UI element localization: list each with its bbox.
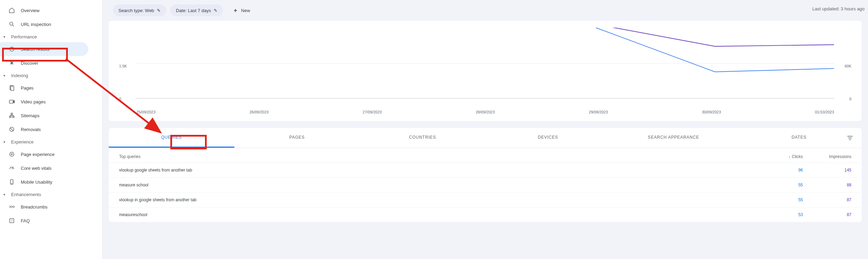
chevron-down-icon: ▾ <box>3 74 10 77</box>
table-row[interactable]: vlookup in google sheets from another ta… <box>109 192 862 207</box>
x-tick-0: 25/09/2023 <box>136 110 155 114</box>
pencil-icon: ✎ <box>214 8 217 13</box>
main-content: Search type: Web ✎ Date: Last 7 days ✎ ＋… <box>102 0 868 259</box>
sidebar-item-url-inspection[interactable]: URL inspection <box>0 17 102 31</box>
column-header-impressions[interactable]: Impressions <box>803 154 851 159</box>
y-left-tick-1: 0 <box>119 97 121 101</box>
chart-svg <box>136 28 834 99</box>
svg-rect-4 <box>11 86 14 91</box>
y-right-tick-1: 0 <box>849 97 851 101</box>
cell-clicks: 55 <box>754 183 803 187</box>
tabs-row: QUERIES PAGES COUNTRIES DEVICES SEARCH A… <box>109 128 862 148</box>
y-right-tick-0: 60K <box>844 64 851 68</box>
sidebar-section-label: Experience <box>11 139 34 145</box>
chip-label: Search type: Web <box>118 8 154 13</box>
sidebar-item-label: Search results <box>21 47 50 52</box>
tab-dates[interactable]: DATES <box>736 128 862 148</box>
svg-rect-24 <box>849 139 851 140</box>
filter-icon[interactable] <box>847 135 853 141</box>
svg-marker-6 <box>13 100 15 103</box>
mobile-icon <box>8 178 15 185</box>
cell-impressions: 87 <box>803 212 851 217</box>
filter-bar: Search type: Web ✎ Date: Last 7 days ✎ ＋… <box>102 0 868 21</box>
svg-rect-7 <box>11 113 13 114</box>
breadcrumbs-icon <box>8 203 15 210</box>
sidebar-item-label: Overview <box>21 8 39 13</box>
filter-chip-date[interactable]: Date: Last 7 days ✎ <box>170 4 223 16</box>
plus-icon: ＋ <box>233 7 238 14</box>
last-updated-label: Last updated: 3 hours ago <box>812 6 865 11</box>
x-tick-2: 27/09/2023 <box>363 110 382 114</box>
sidebar-item-label: FAQ <box>21 218 30 223</box>
sidebar-item-core-web-vitals[interactable]: Core web vitals <box>0 161 102 175</box>
tab-queries[interactable]: QUERIES <box>109 128 234 148</box>
x-tick-5: 30/09/2023 <box>702 110 721 114</box>
sidebar-item-overview[interactable]: Overview <box>0 3 102 17</box>
table-row[interactable]: vlookup google sheets from another tab96… <box>109 163 862 177</box>
cell-query: vlookup google sheets from another tab <box>119 168 754 173</box>
sidebar-item-label: Core web vitals <box>21 166 52 171</box>
sidebar-item-mobile-usability[interactable]: Mobile Usability <box>0 175 102 189</box>
speed-icon <box>8 165 15 172</box>
chevron-down-icon: ▾ <box>3 35 10 39</box>
tabs-card: QUERIES PAGES COUNTRIES DEVICES SEARCH A… <box>109 128 862 222</box>
chevron-down-icon: ▾ <box>3 193 10 196</box>
cell-clicks: 96 <box>754 168 803 173</box>
chip-label: Date: Last 7 days <box>176 8 211 13</box>
sidebar-item-breadcrumbs[interactable]: Breadcrumbs <box>0 200 102 214</box>
x-tick-4: 29/09/2023 <box>589 110 608 114</box>
sidebar-item-label: Sitemaps <box>21 113 39 118</box>
sidebar-item-label: Removals <box>21 127 41 132</box>
svg-line-11 <box>10 128 14 131</box>
column-header-query[interactable]: Top queries <box>119 154 754 159</box>
sidebar-item-page-experience[interactable]: Page experience <box>0 147 102 161</box>
sidebar-item-label: Pages <box>21 85 34 91</box>
sidebar-item-sitemaps[interactable]: Sitemaps <box>0 109 102 122</box>
tab-devices[interactable]: DEVICES <box>485 128 611 148</box>
sort-arrow-down-icon: ↓ <box>788 154 790 159</box>
sidebar-section-performance[interactable]: ▾ Performance <box>0 31 102 42</box>
tab-search-appearance[interactable]: SEARCH APPEARANCE <box>611 128 736 148</box>
sidebar-item-faq[interactable]: ? FAQ <box>0 214 102 228</box>
sidebar-item-label: Page experience <box>21 152 55 157</box>
cell-impressions: 87 <box>803 197 851 202</box>
sidebar-item-search-results[interactable]: Search results <box>0 42 88 56</box>
cell-impressions: 88 <box>803 183 851 187</box>
sidebar-item-video-pages[interactable]: Video pages <box>0 95 102 109</box>
sidebar-item-pages[interactable]: Pages <box>0 81 102 95</box>
svg-line-15 <box>12 168 13 169</box>
search-icon <box>8 21 15 28</box>
pencil-icon: ✎ <box>157 8 161 13</box>
svg-rect-22 <box>848 136 853 137</box>
chart-card: 1.5K 0 60K 0 25/09/2023 26/09/2023 27/09… <box>109 21 862 121</box>
svg-line-1 <box>12 25 14 26</box>
sidebar-section-label: Performance <box>11 34 37 39</box>
video-icon <box>8 98 15 105</box>
column-header-clicks[interactable]: ↓Clicks <box>754 154 803 159</box>
add-filter-button[interactable]: ＋ New <box>227 4 256 16</box>
filter-chip-search-type[interactable]: Search type: Web ✎ <box>113 4 166 16</box>
tab-countries[interactable]: COUNTRIES <box>360 128 485 148</box>
chevron-down-icon: ▾ <box>3 140 10 144</box>
table-body: vlookup google sheets from another tab96… <box>109 163 862 222</box>
svg-rect-5 <box>9 100 13 103</box>
sidebar-item-removals[interactable]: Removals <box>0 122 102 136</box>
sidebar-section-label: Indexing <box>11 73 28 78</box>
sidebar-section-experience[interactable]: ▾ Experience <box>0 136 102 147</box>
new-label: New <box>241 8 250 13</box>
table-row[interactable]: measureschool5387 <box>109 207 862 222</box>
sidebar-item-discover[interactable]: Discover <box>0 56 102 70</box>
tab-pages[interactable]: PAGES <box>234 128 360 148</box>
sidebar-section-enhancements[interactable]: ▾ Enhancements <box>0 189 102 200</box>
x-tick-1: 26/09/2023 <box>250 110 269 114</box>
cell-query: measure school <box>119 183 754 187</box>
asterisk-icon <box>8 59 15 66</box>
sidebar-item-label: Breadcrumbs <box>21 204 47 210</box>
x-tick-3: 28/09/2023 <box>476 110 495 114</box>
cell-clicks: 53 <box>754 212 803 217</box>
x-tick-6: 01/10/2023 <box>815 110 834 114</box>
table-row[interactable]: measure school5588 <box>109 177 862 192</box>
sitemap-icon <box>8 112 15 119</box>
svg-point-0 <box>10 22 13 25</box>
sidebar-section-indexing[interactable]: ▾ Indexing <box>0 70 102 81</box>
